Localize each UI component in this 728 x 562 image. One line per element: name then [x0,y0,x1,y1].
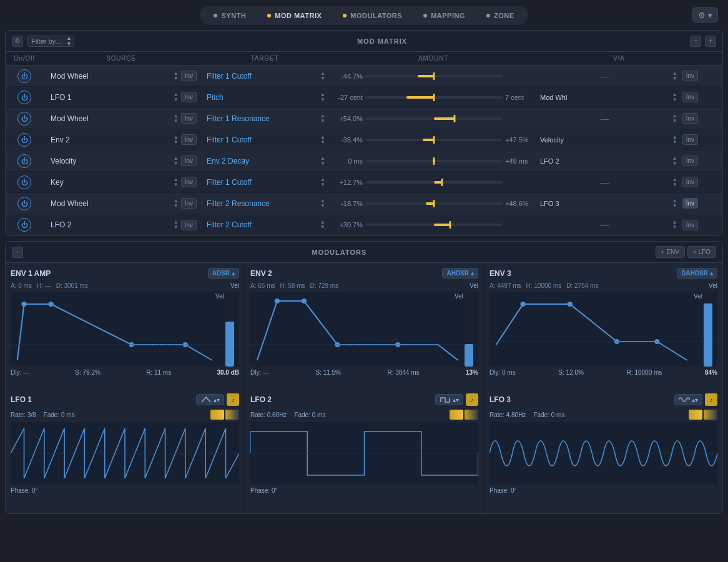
filter-icon[interactable]: © [12,36,23,47]
inv-source-button[interactable]: Inv [181,220,197,230]
inv-via-button[interactable]: Inv [682,134,698,145]
lfo3-fade-up-button[interactable] [689,410,702,420]
lfo1-phase-label: Phase: 0° [11,487,37,494]
lfo3-shape-select[interactable]: ▴▾ [674,394,702,405]
amount-slider[interactable] [365,117,503,120]
env2-params: A: 65 ms H: 58 ms D: 729 ms Vel [250,282,478,289]
inv-source-button[interactable]: Inv [181,92,197,102]
source-arrows-icon[interactable]: ▲▼ [174,156,179,166]
power-button[interactable]: ⏻ [17,197,31,210]
lfo3-fade-down-button[interactable] [704,410,717,420]
inv-source-button[interactable]: Inv [181,134,197,145]
env1-type-select[interactable]: ADSR ▴ [208,268,239,279]
row-2-source: LFO 1 ▲▼ Inv [43,92,199,102]
env1-hold-label: H: — [37,282,51,289]
chevron-down-icon: ▾ [708,11,712,20]
power-button[interactable]: ⏻ [17,69,31,83]
lfo2-fade-up-button[interactable] [450,410,463,420]
power-button[interactable]: ⏻ [17,218,31,232]
row-4-source: Env 2 ▲▼ Inv [43,134,199,145]
lfo1-shape-select[interactable]: ▴▾ [196,394,224,405]
inv-via-button[interactable]: Inv [682,92,698,102]
via-arrows-icon[interactable]: ▲▼ [672,177,677,187]
power-button[interactable]: ⏻ [17,154,31,168]
target-arrows-icon[interactable]: ▲▼ [320,92,325,102]
source-arrows-icon[interactable]: ▲▼ [174,92,179,102]
inv-via-button[interactable]: Inv [682,155,698,166]
env2-vel-label: Vel [470,282,478,289]
inv-source-button[interactable]: Inv [181,177,197,187]
inv-source-button[interactable]: Inv [181,198,197,209]
target-arrows-icon[interactable]: ▲▼ [320,199,325,209]
nav-pill-group: SYNTH MOD MATRIX MODULATORS MAPPING ZONE [200,6,528,25]
power-button[interactable]: ⏻ [17,175,31,189]
add-lfo-button[interactable]: + LFO [687,246,716,258]
power-button[interactable]: ⏻ [17,133,31,147]
amount-slider[interactable] [365,96,503,99]
inv-source-button[interactable]: Inv [181,71,197,81]
via-arrows-icon[interactable]: ▲▼ [672,92,677,102]
inv-via-button[interactable]: Inv [682,71,698,81]
collapse-button[interactable]: − [690,36,701,47]
lfo1-fade-label: Fade: 0 ms [44,412,75,418]
modulators-collapse-button[interactable]: − [12,247,23,258]
via-arrows-icon[interactable]: ▲▼ [672,199,677,209]
inv-source-button[interactable]: Inv [181,113,197,124]
via-arrows-icon[interactable]: ▲▼ [672,156,677,166]
target-arrows-icon[interactable]: ▲▼ [320,220,325,230]
lfo2-note-button[interactable]: ♪ [466,393,478,406]
lfo1-note-button[interactable]: ♪ [227,393,239,406]
add-env-button[interactable]: + ENV [656,246,685,258]
gear-button[interactable]: ⚙ ▾ [692,7,718,23]
tab-mapping[interactable]: MAPPING [413,9,475,22]
target-arrows-icon[interactable]: ▲▼ [320,177,325,187]
inv-source-button[interactable]: Inv [181,155,197,166]
lfo2-fade-down-button[interactable] [465,410,478,420]
lfo1-panel: LFO 1 ▴▾ ♪ Rate: 3/8 Fade: 0 ms [6,388,244,513]
row-3-source: Mod Wheel ▲▼ Inv [43,113,199,124]
tab-modulators[interactable]: MODULATORS [333,9,412,22]
inv-via-button[interactable]: Inv [682,177,698,187]
via-arrows-icon[interactable]: ▲▼ [672,135,677,145]
amount-slider[interactable] [365,139,503,141]
amount-slider[interactable] [365,224,503,226]
col-header-amount: AMOUNT [330,55,536,62]
source-arrows-icon[interactable]: ▲▼ [174,177,179,187]
source-arrows-icon[interactable]: ▲▼ [174,71,179,81]
lfo1-fade-up-button[interactable] [210,410,224,420]
via-arrows-icon[interactable]: ▲▼ [672,220,677,230]
via-arrows-icon[interactable]: ▲▼ [672,71,677,81]
via-arrows-icon[interactable]: ▲▼ [672,114,677,124]
lfo3-note-button[interactable]: ♪ [705,393,717,406]
power-button[interactable]: ⏻ [17,112,31,126]
inv-via-button[interactable]: Inv [682,113,698,124]
env3-type-select[interactable]: DAHDSR ▴ [677,268,717,279]
source-arrows-icon[interactable]: ▲▼ [174,114,179,124]
add-row-button[interactable]: + [705,36,716,47]
power-button[interactable]: ⏻ [17,91,31,104]
tab-zone[interactable]: ZONE [476,9,524,22]
env2-type-select[interactable]: AHDSR ▴ [442,268,478,279]
source-arrows-icon[interactable]: ▲▼ [174,199,179,209]
lfo2-shape-select[interactable]: ▴▾ [435,394,463,405]
amount-slider[interactable] [365,202,503,205]
tab-mod-matrix[interactable]: MOD MATRIX [257,9,332,22]
target-arrows-icon[interactable]: ▲▼ [320,135,325,145]
row-1-amount: -44.7% [330,72,536,80]
source-arrows-icon[interactable]: ▲▼ [174,135,179,145]
lfo1-fade-down-button[interactable] [225,410,239,420]
target-arrows-icon[interactable]: ▲▼ [320,114,325,124]
tab-synth[interactable]: SYNTH [204,9,256,22]
env3-panel: ENV 3 DAHDSR ▴ A: 4497 ms H: 10000 ms D:… [484,263,722,388]
inv-via-button[interactable]: Inv [682,198,698,209]
target-label: Filter 1 Cutoff [202,136,320,144]
target-arrows-icon[interactable]: ▲▼ [320,156,325,166]
target-arrows-icon[interactable]: ▲▼ [320,71,325,81]
amount-slider[interactable] [365,160,503,162]
amount-slider[interactable] [365,75,503,77]
col-header-target: TARGET [199,55,330,62]
source-arrows-icon[interactable]: ▲▼ [174,220,179,230]
inv-via-button[interactable]: Inv [682,220,698,230]
row-1-target: Filter 1 Cutoff ▲▼ [199,71,330,81]
amount-slider[interactable] [365,181,503,184]
